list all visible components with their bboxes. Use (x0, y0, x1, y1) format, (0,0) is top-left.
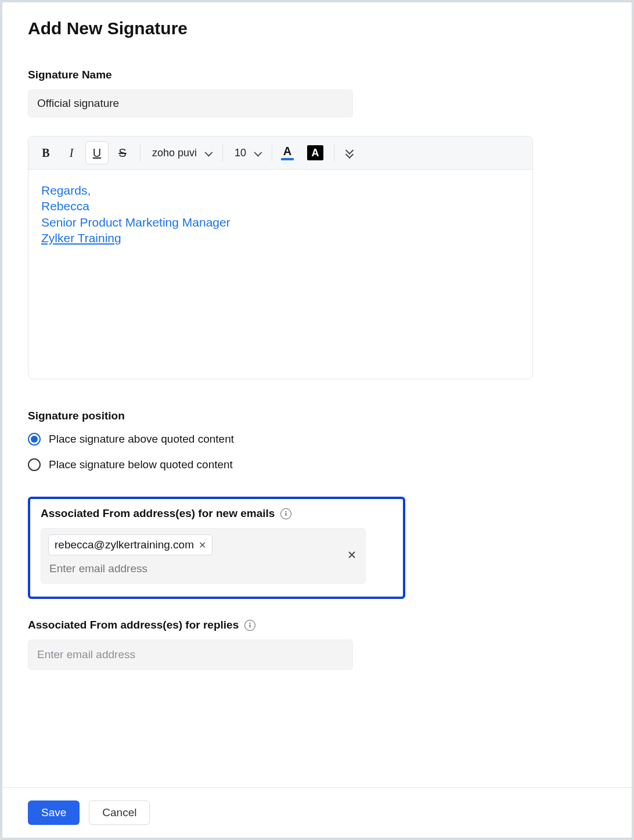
dialog-footer: Save Cancel (2, 787, 632, 838)
assoc-new-input[interactable]: rebecca@zylkertraining.com ✕ (41, 528, 366, 584)
font-color-button[interactable]: A (278, 142, 297, 163)
info-icon[interactable] (244, 620, 255, 631)
info-icon[interactable] (280, 508, 291, 519)
signature-name-input[interactable] (28, 89, 353, 117)
signature-editor: B I U S zoho puvi 10 A (28, 136, 533, 379)
assoc-new-label: Associated From address(es) for new emai… (41, 507, 275, 520)
svg-point-0 (286, 511, 287, 512)
signature-position-section: Signature position Place signature above… (28, 410, 606, 471)
clear-all-button[interactable] (347, 550, 357, 562)
radio-button-icon (28, 458, 41, 471)
font-size-select[interactable]: 10 (229, 143, 266, 163)
chip-remove-icon[interactable]: ✕ (199, 540, 206, 551)
font-family-value: zoho puvi (152, 147, 197, 159)
editor-body[interactable]: Regards, Rebecca Senior Product Marketin… (28, 170, 532, 379)
assoc-new-label-row: Associated From address(es) for new emai… (41, 507, 392, 520)
save-button[interactable]: Save (28, 800, 80, 825)
editor-toolbar: B I U S zoho puvi 10 A (28, 137, 532, 170)
signature-dialog: Add New Signature Signature Name B I U S… (2, 2, 632, 838)
font-color-icon: A (283, 145, 291, 157)
chevron-down-icon (251, 147, 260, 159)
font-color-swatch (281, 158, 294, 160)
strikethrough-button[interactable]: S (111, 141, 134, 164)
font-family-select[interactable]: zoho puvi (146, 143, 217, 163)
highlight-color-button[interactable]: A (307, 145, 323, 160)
email-chip: rebecca@zylkertraining.com ✕ (48, 534, 212, 555)
radio-below-quoted[interactable]: Place signature below quoted content (28, 458, 606, 471)
signature-position-label: Signature position (28, 410, 606, 422)
assoc-new-text-input[interactable] (48, 560, 340, 577)
toolbar-separator (272, 144, 272, 161)
radio-label: Place signature above quoted content (49, 433, 234, 446)
signature-line: Senior Product Marketing Manager (41, 214, 520, 230)
radio-label: Place signature below quoted content (49, 458, 233, 471)
signature-line: Rebecca (41, 198, 520, 214)
toolbar-separator (140, 144, 141, 161)
chip-text: rebecca@zylkertraining.com (55, 539, 194, 551)
radio-button-icon (28, 433, 41, 446)
more-tools-button[interactable] (340, 142, 359, 163)
signature-link[interactable]: Zylker Training (41, 231, 121, 245)
assoc-reply-label: Associated From address(es) for replies (28, 619, 239, 631)
associated-from-new-section: Associated From address(es) for new emai… (28, 497, 405, 599)
double-chevron-down-icon (345, 148, 354, 157)
chevron-down-icon (201, 147, 211, 159)
assoc-reply-input[interactable] (28, 640, 353, 670)
radio-above-quoted[interactable]: Place signature above quoted content (28, 433, 606, 446)
toolbar-separator (334, 144, 334, 161)
bold-button[interactable]: B (34, 141, 57, 164)
signature-line: Regards, (41, 182, 520, 198)
associated-from-replies-section: Associated From address(es) for replies (28, 619, 606, 670)
svg-point-2 (250, 623, 251, 624)
italic-button[interactable]: I (60, 141, 83, 164)
page-title: Add New Signature (28, 19, 606, 38)
toolbar-separator (222, 144, 223, 161)
underline-button[interactable]: U (85, 141, 109, 164)
signature-name-label: Signature Name (28, 69, 606, 81)
assoc-reply-text-input[interactable] (37, 648, 344, 661)
dialog-content: Add New Signature Signature Name B I U S… (2, 2, 632, 670)
font-size-value: 10 (235, 147, 246, 159)
assoc-reply-label-row: Associated From address(es) for replies (28, 619, 606, 631)
cancel-button[interactable]: Cancel (89, 800, 150, 825)
svg-rect-3 (250, 624, 251, 627)
svg-rect-1 (286, 512, 287, 516)
